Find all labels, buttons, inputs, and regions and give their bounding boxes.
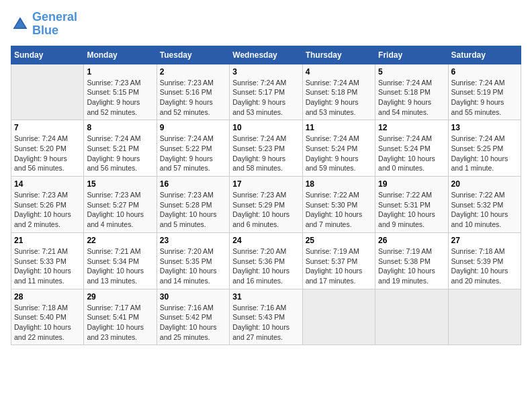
day-info: Sunrise: 7:23 AM Sunset: 5:27 PM Dayligh… [87, 190, 153, 230]
calendar-cell: 19Sunrise: 7:22 AM Sunset: 5:31 PM Dayli… [375, 177, 448, 233]
calendar-cell: 13Sunrise: 7:24 AM Sunset: 5:25 PM Dayli… [448, 120, 521, 177]
week-row-1: 1Sunrise: 7:23 AM Sunset: 5:15 PM Daylig… [11, 64, 521, 120]
calendar-cell: 30Sunrise: 7:16 AM Sunset: 5:42 PM Dayli… [157, 289, 229, 345]
column-header-wednesday: Wednesday [230, 46, 302, 64]
column-header-thursday: Thursday [302, 46, 375, 64]
day-number: 26 [378, 236, 445, 245]
calendar-cell: 25Sunrise: 7:19 AM Sunset: 5:37 PM Dayli… [302, 232, 375, 289]
week-row-2: 7Sunrise: 7:24 AM Sunset: 5:20 PM Daylig… [11, 120, 521, 177]
calendar-cell: 17Sunrise: 7:23 AM Sunset: 5:29 PM Dayli… [230, 177, 302, 233]
day-number: 11 [306, 123, 372, 132]
calendar-cell: 10Sunrise: 7:24 AM Sunset: 5:23 PM Dayli… [230, 120, 302, 177]
day-info: Sunrise: 7:24 AM Sunset: 5:21 PM Dayligh… [87, 134, 153, 173]
day-info: Sunrise: 7:19 AM Sunset: 5:37 PM Dayligh… [306, 246, 372, 286]
week-row-4: 21Sunrise: 7:21 AM Sunset: 5:33 PM Dayli… [11, 232, 521, 289]
day-number: 9 [160, 123, 226, 132]
day-number: 14 [14, 179, 81, 189]
day-info: Sunrise: 7:24 AM Sunset: 5:23 PM Dayligh… [232, 134, 299, 173]
calendar-cell: 3Sunrise: 7:24 AM Sunset: 5:17 PM Daylig… [230, 64, 302, 120]
calendar-cell: 15Sunrise: 7:23 AM Sunset: 5:27 PM Dayli… [84, 177, 157, 233]
calendar-body: 1Sunrise: 7:23 AM Sunset: 5:15 PM Daylig… [11, 64, 521, 345]
day-number: 29 [87, 292, 153, 302]
calendar-cell: 20Sunrise: 7:22 AM Sunset: 5:32 PM Dayli… [448, 177, 521, 233]
day-number: 19 [378, 179, 445, 189]
day-info: Sunrise: 7:24 AM Sunset: 5:24 PM Dayligh… [306, 134, 372, 173]
calendar-cell: 18Sunrise: 7:22 AM Sunset: 5:30 PM Dayli… [302, 177, 375, 233]
day-info: Sunrise: 7:23 AM Sunset: 5:28 PM Dayligh… [160, 190, 226, 230]
day-info: Sunrise: 7:20 AM Sunset: 5:35 PM Dayligh… [160, 246, 226, 286]
day-info: Sunrise: 7:23 AM Sunset: 5:29 PM Dayligh… [232, 190, 299, 230]
day-number: 30 [160, 292, 226, 302]
day-info: Sunrise: 7:19 AM Sunset: 5:38 PM Dayligh… [378, 246, 445, 286]
calendar-cell: 31Sunrise: 7:16 AM Sunset: 5:43 PM Dayli… [230, 289, 302, 345]
column-header-saturday: Saturday [448, 46, 521, 64]
calendar-cell: 26Sunrise: 7:19 AM Sunset: 5:38 PM Dayli… [375, 232, 448, 289]
day-number: 25 [306, 236, 372, 245]
day-info: Sunrise: 7:21 AM Sunset: 5:33 PM Dayligh… [14, 246, 81, 286]
calendar-cell [448, 289, 521, 345]
calendar-cell: 24Sunrise: 7:20 AM Sunset: 5:36 PM Dayli… [230, 232, 302, 289]
column-header-sunday: Sunday [11, 46, 84, 64]
calendar-cell: 29Sunrise: 7:17 AM Sunset: 5:41 PM Dayli… [84, 289, 157, 345]
day-info: Sunrise: 7:24 AM Sunset: 5:18 PM Dayligh… [378, 78, 445, 118]
day-number: 12 [378, 123, 445, 132]
calendar-cell: 7Sunrise: 7:24 AM Sunset: 5:20 PM Daylig… [11, 120, 84, 177]
calendar-cell: 23Sunrise: 7:20 AM Sunset: 5:35 PM Dayli… [157, 232, 229, 289]
calendar-cell: 6Sunrise: 7:24 AM Sunset: 5:19 PM Daylig… [448, 64, 521, 120]
day-number: 28 [14, 292, 81, 302]
day-number: 15 [87, 179, 153, 189]
day-info: Sunrise: 7:23 AM Sunset: 5:26 PM Dayligh… [14, 190, 81, 230]
day-info: Sunrise: 7:21 AM Sunset: 5:34 PM Dayligh… [87, 246, 153, 286]
day-number: 2 [160, 67, 226, 77]
calendar-cell: 2Sunrise: 7:23 AM Sunset: 5:16 PM Daylig… [157, 64, 229, 120]
logo-text: General Blue [32, 11, 77, 38]
day-info: Sunrise: 7:24 AM Sunset: 5:25 PM Dayligh… [451, 134, 518, 173]
column-header-friday: Friday [375, 46, 448, 64]
calendar-cell [11, 64, 84, 120]
logo-icon [11, 15, 30, 34]
column-header-tuesday: Tuesday [157, 46, 229, 64]
day-number: 18 [306, 179, 372, 189]
day-info: Sunrise: 7:17 AM Sunset: 5:41 PM Dayligh… [87, 303, 153, 342]
day-info: Sunrise: 7:22 AM Sunset: 5:30 PM Dayligh… [306, 190, 372, 230]
day-number: 5 [378, 67, 445, 77]
calendar-cell: 28Sunrise: 7:18 AM Sunset: 5:40 PM Dayli… [11, 289, 84, 345]
day-info: Sunrise: 7:24 AM Sunset: 5:22 PM Dayligh… [160, 134, 226, 173]
day-info: Sunrise: 7:16 AM Sunset: 5:42 PM Dayligh… [160, 303, 226, 342]
calendar-cell: 14Sunrise: 7:23 AM Sunset: 5:26 PM Dayli… [11, 177, 84, 233]
day-number: 16 [160, 179, 226, 189]
day-number: 1 [87, 67, 153, 77]
day-info: Sunrise: 7:16 AM Sunset: 5:43 PM Dayligh… [232, 303, 299, 342]
day-number: 31 [232, 292, 299, 302]
day-info: Sunrise: 7:24 AM Sunset: 5:20 PM Dayligh… [14, 134, 81, 173]
day-info: Sunrise: 7:24 AM Sunset: 5:24 PM Dayligh… [378, 134, 445, 173]
calendar-cell: 11Sunrise: 7:24 AM Sunset: 5:24 PM Dayli… [302, 120, 375, 177]
day-number: 13 [451, 123, 518, 132]
day-info: Sunrise: 7:24 AM Sunset: 5:19 PM Dayligh… [451, 78, 518, 118]
calendar-cell: 4Sunrise: 7:24 AM Sunset: 5:18 PM Daylig… [302, 64, 375, 120]
day-number: 7 [14, 123, 81, 132]
calendar-cell: 1Sunrise: 7:23 AM Sunset: 5:15 PM Daylig… [84, 64, 157, 120]
calendar-table: SundayMondayTuesdayWednesdayThursdayFrid… [11, 46, 521, 346]
column-header-monday: Monday [84, 46, 157, 64]
day-info: Sunrise: 7:23 AM Sunset: 5:16 PM Dayligh… [160, 78, 226, 118]
calendar-cell: 22Sunrise: 7:21 AM Sunset: 5:34 PM Dayli… [84, 232, 157, 289]
day-number: 6 [451, 67, 518, 77]
day-info: Sunrise: 7:18 AM Sunset: 5:40 PM Dayligh… [14, 303, 81, 342]
day-info: Sunrise: 7:23 AM Sunset: 5:15 PM Dayligh… [87, 78, 153, 118]
calendar-cell [375, 289, 448, 345]
day-info: Sunrise: 7:18 AM Sunset: 5:39 PM Dayligh… [451, 246, 518, 286]
calendar-header: SundayMondayTuesdayWednesdayThursdayFrid… [11, 46, 521, 64]
week-row-5: 28Sunrise: 7:18 AM Sunset: 5:40 PM Dayli… [11, 289, 521, 345]
day-number: 21 [14, 236, 81, 245]
calendar-cell: 12Sunrise: 7:24 AM Sunset: 5:24 PM Dayli… [375, 120, 448, 177]
calendar-cell: 21Sunrise: 7:21 AM Sunset: 5:33 PM Dayli… [11, 232, 84, 289]
day-number: 10 [232, 123, 299, 132]
week-row-3: 14Sunrise: 7:23 AM Sunset: 5:26 PM Dayli… [11, 177, 521, 233]
day-number: 23 [160, 236, 226, 245]
day-number: 3 [232, 67, 299, 77]
day-info: Sunrise: 7:24 AM Sunset: 5:18 PM Dayligh… [306, 78, 372, 118]
page-header: General Blue [11, 11, 521, 38]
calendar-cell: 8Sunrise: 7:24 AM Sunset: 5:21 PM Daylig… [84, 120, 157, 177]
day-info: Sunrise: 7:22 AM Sunset: 5:32 PM Dayligh… [451, 190, 518, 230]
